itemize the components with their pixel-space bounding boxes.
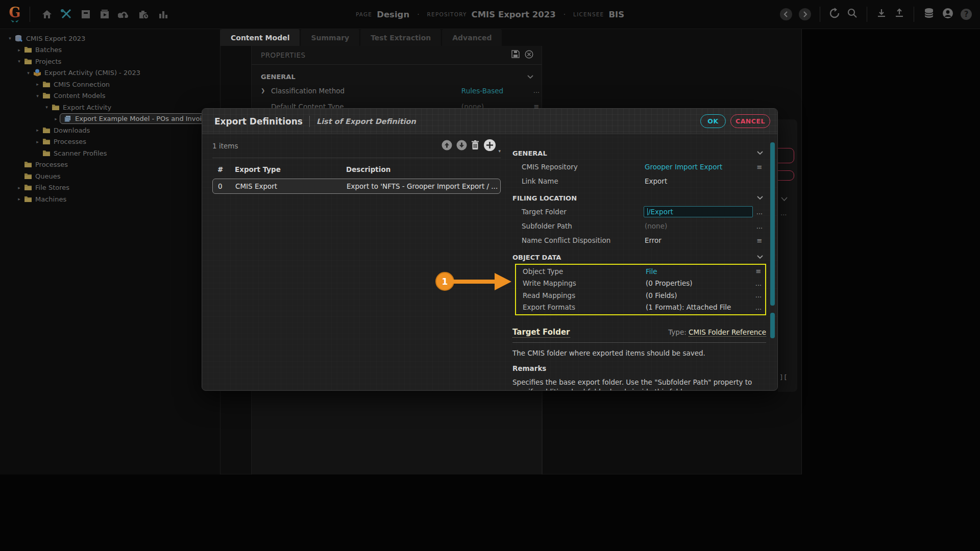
delete-button[interactable] xyxy=(471,140,479,152)
tab-content-model[interactable]: Content Model xyxy=(220,29,300,46)
tree-item-processes-root[interactable]: Processes xyxy=(0,159,220,171)
tree-item-export-example-model[interactable]: ▸ Export Example Model - POs and Invoi xyxy=(0,113,220,125)
expander-open-icon[interactable]: ▾ xyxy=(24,70,32,76)
chevron-down-icon[interactable] xyxy=(757,196,763,200)
tab-test-extraction[interactable]: Test Extraction xyxy=(360,29,441,46)
row-expander-icon[interactable]: ❯ xyxy=(261,88,271,93)
property-value[interactable]: Rules-Based xyxy=(461,87,531,95)
cancel-button[interactable]: CANCEL xyxy=(730,114,770,128)
ellipsis-button[interactable]: ... xyxy=(752,280,765,287)
add-dropdown-caret-icon[interactable]: ▾ xyxy=(498,148,501,154)
column-header-description[interactable]: Description xyxy=(346,165,497,173)
download-icon[interactable] xyxy=(876,8,887,21)
ellipsis-button[interactable]: ... xyxy=(753,208,766,216)
row-subfolder-path[interactable]: Subfolder Path (none) ... xyxy=(512,219,766,233)
home-icon[interactable] xyxy=(41,9,53,20)
stats-icon[interactable] xyxy=(158,9,169,20)
property-value[interactable]: (1 Format): Attached File xyxy=(638,303,752,311)
ellipsis-button[interactable]: ... xyxy=(752,291,765,299)
expander-closed-icon[interactable]: ▸ xyxy=(52,116,60,121)
user-icon[interactable] xyxy=(942,7,954,21)
tree-item-scanner-profiles[interactable]: Scanner Profiles xyxy=(0,147,220,159)
ok-button[interactable]: OK xyxy=(700,114,726,128)
database-icon[interactable] xyxy=(923,7,935,21)
tree-item-cmis-connection[interactable]: ▸ CMIS Connection xyxy=(0,79,220,90)
chevron-down-icon[interactable] xyxy=(527,75,533,79)
ellipsis-button[interactable]: ... xyxy=(531,87,542,94)
licensee-value: BIS xyxy=(608,10,624,19)
expander-closed-icon[interactable]: ▸ xyxy=(34,82,41,87)
row-write-mappings[interactable]: Write Mappings (0 Properties) ... xyxy=(516,278,765,290)
property-value[interactable]: Export xyxy=(636,177,753,185)
ellipsis-button[interactable]: ... xyxy=(752,304,765,311)
expander-closed-icon[interactable]: ▸ xyxy=(34,128,41,133)
tree-item-queues[interactable]: Queues xyxy=(0,170,220,182)
row-target-folder[interactable]: Target Folder /Export ... xyxy=(512,205,766,219)
tree-item-export-activity[interactable]: ▾ Export Activity xyxy=(0,102,220,113)
jobs-icon[interactable] xyxy=(138,9,150,20)
batches-icon[interactable] xyxy=(80,9,91,20)
expander-closed-icon[interactable]: ▸ xyxy=(34,139,41,144)
ellipsis-button[interactable]: ... xyxy=(753,222,766,230)
design-tools-icon[interactable] xyxy=(60,9,72,20)
menu-button[interactable]: ≡ xyxy=(752,267,765,275)
save-icon[interactable] xyxy=(511,50,520,60)
chevron-down-icon[interactable] xyxy=(757,255,763,259)
column-header-export-type[interactable]: Export Type xyxy=(235,165,346,173)
row-object-type[interactable]: Object Type File ≡ xyxy=(516,265,765,278)
scrollbar-thumb[interactable] xyxy=(770,142,775,306)
tree-item-file-stores[interactable]: ▸ File Stores xyxy=(0,182,220,194)
tree-item-machines[interactable]: ▸ Machines xyxy=(0,193,220,205)
row-name-conflict-disposition[interactable]: Name Conflict Disposition Error ≡ xyxy=(512,233,766,247)
tree-item-processes-project[interactable]: ▸ Processes xyxy=(0,136,220,148)
property-row-classification-method[interactable]: ❯ Classification Method Rules-Based ... xyxy=(252,85,542,96)
forward-button[interactable] xyxy=(799,8,811,20)
property-value[interactable]: (0 Properties) xyxy=(638,279,752,287)
tree-item-content-models[interactable]: ▾ Content Models xyxy=(0,90,220,102)
menu-button[interactable]: ≡ xyxy=(753,163,766,171)
refresh-icon[interactable] xyxy=(829,8,840,21)
tree-item-downloads[interactable]: ▸ Downloads xyxy=(0,124,220,136)
help-icon[interactable]: ? xyxy=(961,9,972,20)
tab-advanced[interactable]: Advanced xyxy=(442,29,502,46)
search-icon[interactable] xyxy=(847,8,858,21)
expander-closed-icon[interactable]: ▸ xyxy=(15,196,23,202)
property-value[interactable]: (none) xyxy=(636,222,753,230)
tree-item-selected[interactable]: Export Example Model - POs and Invoi xyxy=(60,113,207,124)
row-cmis-repository[interactable]: CMIS Repository Grooper Import Export ≡ xyxy=(512,160,766,174)
menu-button[interactable]: ≡ xyxy=(753,237,766,244)
tree-item-batches[interactable]: ▸ Batches xyxy=(0,44,220,56)
import-cloud-icon[interactable] xyxy=(118,9,130,20)
tree-item-cmis-export-2023[interactable]: ▾ CMIS Export 2023 xyxy=(0,33,220,44)
row-link-name[interactable]: Link Name Export xyxy=(512,174,766,188)
expander-closed-icon[interactable]: ▸ xyxy=(15,185,23,190)
move-down-button[interactable] xyxy=(456,140,467,153)
grooper-logo[interactable]: G xyxy=(0,6,30,23)
add-button[interactable] xyxy=(483,139,496,154)
property-value[interactable]: (0 Fields) xyxy=(638,291,752,299)
property-value[interactable]: File xyxy=(638,267,752,276)
row-read-mappings[interactable]: Read Mappings (0 Fields) ... xyxy=(516,289,765,302)
scrollbar-thumb[interactable] xyxy=(770,313,775,338)
chevron-down-icon[interactable] xyxy=(757,151,763,155)
tree-item-projects[interactable]: ▾ Projects xyxy=(0,56,220,67)
expander-closed-icon[interactable]: ▸ xyxy=(15,47,23,53)
batch-process-icon[interactable] xyxy=(99,9,110,20)
expander-open-icon[interactable]: ▾ xyxy=(15,59,23,64)
expander-open-icon[interactable]: ▾ xyxy=(6,36,14,41)
back-button[interactable] xyxy=(780,8,792,20)
row-export-formats[interactable]: Export Formats (1 Format): Attached File… xyxy=(516,302,765,314)
type-link[interactable]: CMIS Folder Reference xyxy=(689,328,766,337)
tree-item-export-activity-cmis-2023[interactable]: ▾ Export Activity (CMIS) - 2023 xyxy=(0,67,220,79)
column-header-number[interactable]: # xyxy=(217,165,235,173)
upload-icon[interactable] xyxy=(894,8,905,21)
move-up-button[interactable] xyxy=(442,140,452,153)
target-folder-input[interactable]: /Export xyxy=(644,206,753,217)
close-circle-icon[interactable] xyxy=(525,50,533,61)
expander-open-icon[interactable]: ▾ xyxy=(34,93,41,98)
expander-open-icon[interactable]: ▾ xyxy=(43,105,51,110)
property-value[interactable]: Error xyxy=(636,236,753,244)
tab-summary[interactable]: Summary xyxy=(301,29,359,46)
export-definition-row-selected[interactable]: 0 CMIS Export Export to 'NFTS - Grooper … xyxy=(212,179,501,194)
property-value[interactable]: Grooper Import Export xyxy=(636,163,753,171)
